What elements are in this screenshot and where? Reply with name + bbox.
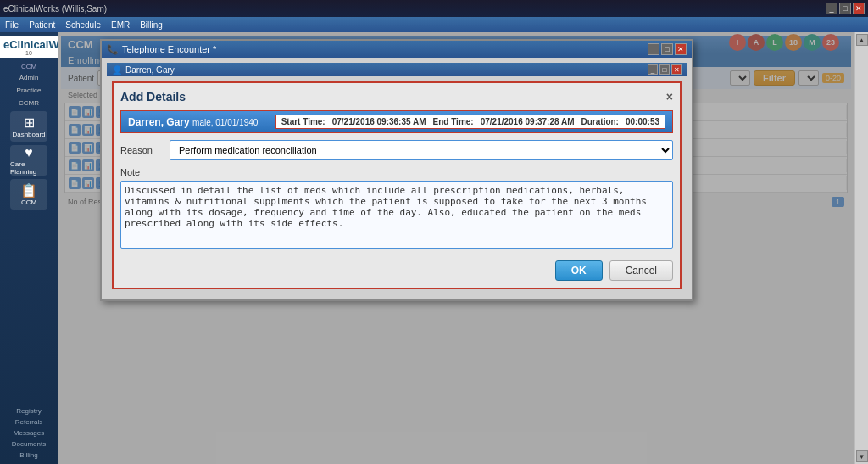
- scroll-up-arrow[interactable]: ▲: [856, 34, 868, 46]
- patient-close-btn[interactable]: ✕: [671, 64, 682, 75]
- scroll-down-arrow[interactable]: ▼: [856, 450, 868, 462]
- telephone-encounter-dialog: 📞 Telephone Encounter * _ □ ✕ 👤 Darren, …: [100, 39, 693, 301]
- tel-close-btn[interactable]: ✕: [675, 43, 687, 55]
- sidebar: eClinicalWorks 10 CCM Admin Practice CCM…: [0, 32, 58, 464]
- note-textarea[interactable]: [120, 181, 673, 249]
- main-layout: eClinicalWorks 10 CCM Admin Practice CCM…: [0, 32, 868, 464]
- tel-dialog-icon: 📞: [107, 44, 119, 55]
- sidebar-section-label: CCM: [21, 63, 36, 70]
- end-time-label: End Time:: [433, 117, 474, 126]
- care-planning-icon: ♥: [25, 145, 33, 160]
- close-button[interactable]: ✕: [853, 3, 865, 14]
- topbar: eClinicalWorks (Willis,Sam) _ □ ✕: [0, 0, 868, 17]
- window-controls: _ □ ✕: [826, 3, 865, 14]
- patient-dialog-icon: 👤: [112, 65, 122, 75]
- logo-super: 10: [3, 50, 54, 56]
- patient-dialog-controls: _ □ ✕: [648, 64, 682, 75]
- minimize-button[interactable]: _: [826, 3, 837, 14]
- patient-minimize-btn[interactable]: _: [648, 64, 658, 75]
- reason-select[interactable]: Perform medication reconciliation Patien…: [170, 140, 673, 160]
- patient-dialog-titlebar: 👤 Darren, Gary _ □ ✕: [107, 63, 687, 76]
- menu-emr[interactable]: EMR: [111, 20, 130, 30]
- patient-restore-btn[interactable]: □: [659, 64, 670, 75]
- tel-dialog-body: 👤 Darren, Gary _ □ ✕ Add Details ×: [102, 58, 692, 299]
- tel-dialog-titlebar: 📞 Telephone Encounter * _ □ ✕: [102, 41, 692, 58]
- ccm-label: CCM: [21, 198, 36, 206]
- ok-button[interactable]: OK: [555, 260, 603, 281]
- sidebar-item-documents[interactable]: Documents: [0, 439, 58, 450]
- content-area: CCM Enrollment Patient 🔍 PCP 🔍 ICD Type: [58, 32, 854, 464]
- patient-dob: 01/01/1940: [215, 118, 258, 127]
- reason-label: Reason: [120, 145, 163, 155]
- patient-name: Darren, Gary: [128, 116, 190, 128]
- menu-billing[interactable]: Billing: [140, 20, 163, 30]
- menu-file[interactable]: File: [5, 20, 19, 30]
- sidebar-item-admin[interactable]: Admin: [3, 72, 54, 83]
- right-scrollbar: ▲ ▼: [854, 32, 868, 464]
- tel-dialog-title: Telephone Encounter *: [122, 44, 216, 54]
- sidebar-item-ccmr[interactable]: CCMR: [3, 98, 54, 109]
- dashboard-label: Dashboard: [12, 131, 45, 138]
- menubar: File Patient Schedule EMR Billing: [0, 17, 868, 32]
- logo-text: eClinicalWorks: [3, 39, 54, 50]
- sidebar-item-messages[interactable]: Messages: [0, 428, 58, 439]
- sidebar-item-billing[interactable]: Billing: [0, 450, 58, 461]
- end-time-value: 07/21/2016 09:37:28 AM: [481, 117, 575, 126]
- tel-restore-btn[interactable]: □: [661, 43, 673, 55]
- note-label: Note: [120, 167, 673, 177]
- sidebar-item-referrals[interactable]: Referrals: [0, 416, 58, 428]
- dashboard-icon: ⊞: [24, 115, 35, 131]
- add-details-title: Add Details ×: [120, 90, 673, 103]
- tel-minimize-btn[interactable]: _: [648, 43, 659, 55]
- ccm-icon: 📋: [20, 182, 37, 198]
- add-details-close-btn[interactable]: ×: [666, 90, 673, 103]
- patient-dialog-title-left: 👤 Darren, Gary: [112, 65, 175, 75]
- start-time-label: Start Time:: [281, 117, 326, 126]
- app-title: eClinicalWorks (Willis,Sam): [3, 4, 826, 14]
- duration-value: 00:00:53: [626, 117, 659, 126]
- menu-patient[interactable]: Patient: [29, 20, 55, 30]
- tel-dialog-title-left: 📞 Telephone Encounter *: [107, 44, 216, 55]
- time-info-box: Start Time: 07/21/2016 09:36:35 AM End T…: [275, 115, 665, 129]
- reason-row: Reason Perform medication reconciliation…: [120, 140, 673, 160]
- sidebar-item-registry[interactable]: Registry: [0, 405, 58, 416]
- patient-sex: male,: [192, 118, 215, 127]
- duration-label: Duration:: [581, 117, 619, 126]
- sidebar-item-practice[interactable]: Practice: [3, 85, 54, 96]
- patient-info-bar: Darren, Gary male, 01/01/1940 Start Time…: [120, 110, 673, 133]
- care-planning-label: Care Planning: [10, 160, 47, 176]
- sidebar-careplanning-btn[interactable]: ♥ Care Planning: [10, 145, 47, 176]
- menu-schedule[interactable]: Schedule: [65, 20, 101, 30]
- start-time-value: 07/21/2016 09:36:35 AM: [332, 117, 426, 126]
- logo-area: eClinicalWorks 10: [0, 36, 58, 58]
- patient-name-area: Darren, Gary male, 01/01/1940: [128, 116, 258, 128]
- cancel-button[interactable]: Cancel: [609, 260, 673, 281]
- dialog-buttons: OK Cancel: [120, 257, 673, 281]
- add-details-dialog: Add Details × Darren, Gary male, 01/01/1…: [112, 81, 682, 289]
- tel-win-btns: _ □ ✕: [648, 43, 687, 55]
- sidebar-bottom: Registry Referrals Messages Documents Bi…: [0, 405, 58, 464]
- sidebar-dashboard-btn[interactable]: ⊞ Dashboard: [10, 111, 47, 142]
- sidebar-ccm-btn[interactable]: 📋 CCM: [10, 179, 47, 210]
- patient-dialog-title: Darren, Gary: [125, 65, 175, 75]
- restore-button[interactable]: □: [839, 3, 851, 14]
